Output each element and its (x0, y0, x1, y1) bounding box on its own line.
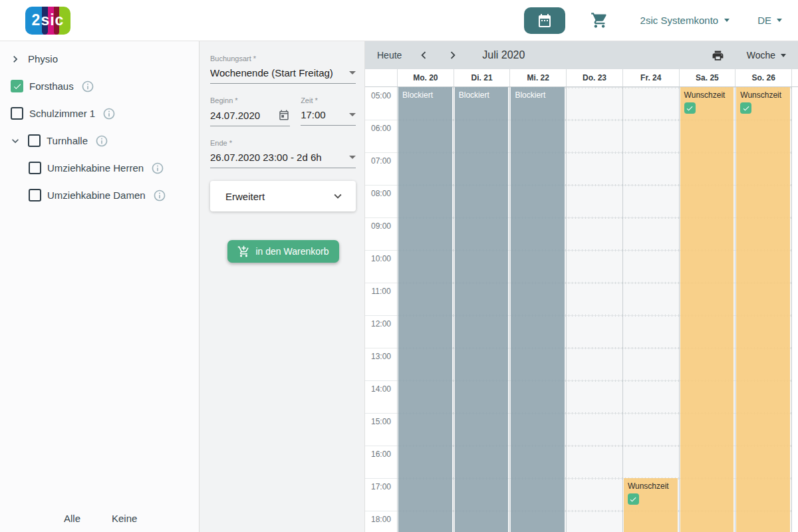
end-select[interactable]: 26.07.2020 23:00 - 2d 6h (210, 152, 356, 168)
checkbox-unchecked[interactable] (11, 107, 23, 120)
sidebar-item-label: Physio (28, 53, 58, 65)
sidebar-item-schulzimmer1[interactable]: Schulzimmer 1 (0, 100, 199, 127)
chevron-down-icon (777, 19, 782, 22)
begin-label: Beginn * (210, 96, 290, 104)
begin-date-input[interactable]: 24.07.2020 (210, 109, 290, 126)
time-label: 08:00 (365, 185, 397, 217)
calendar-icon (537, 13, 553, 29)
info-icon[interactable] (102, 107, 116, 120)
dropdown-arrow-icon (349, 113, 356, 116)
select-all-button[interactable]: Alle (63, 510, 82, 527)
info-icon[interactable] (151, 162, 164, 175)
checkbox-checked[interactable] (628, 493, 639, 505)
day-column-mo-20[interactable]: Blockiert (397, 87, 454, 532)
sidebar-footer: Alle Keine (0, 510, 199, 527)
language-label: DE (757, 15, 771, 26)
resource-sidebar: Physio Forsthaus Schulzimmer 1 (0, 41, 200, 532)
2sic-logo[interactable]: 2sic (25, 7, 70, 35)
language-menu[interactable]: DE (757, 15, 782, 26)
day-column-sa-25[interactable]: Wunschzeit (679, 87, 735, 532)
sidebar-item-umziehkabine-herren[interactable]: Umziehkabine Herren (0, 154, 199, 182)
view-selector[interactable]: Woche (747, 50, 786, 61)
sidebar-item-label: Schulzimmer 1 (29, 108, 95, 119)
header-actions: 2sic Systemkonto DE (524, 7, 782, 34)
calendar-view-button[interactable] (524, 7, 565, 34)
advanced-label: Erweitert (225, 191, 265, 202)
checkbox-unchecked[interactable] (29, 189, 41, 201)
day-column-do-23[interactable] (566, 87, 622, 532)
checkbox-unchecked[interactable] (28, 134, 41, 147)
booking-type-select[interactable]: Wochenende (Start Freitag) (210, 67, 356, 84)
day-column-so-26[interactable]: Wunschzeit (735, 87, 791, 532)
add-to-cart-button[interactable]: in den Warenkorb (227, 240, 339, 263)
booking-type-field: Buchungsart * Wochenende (Start Freitag) (210, 55, 356, 84)
time-gutter: 05:00 06:00 07:00 08:00 09:00 10:00 11:0… (365, 87, 397, 532)
time-label: 13:00 (365, 348, 397, 380)
day-column-di-21[interactable]: Blockiert (454, 87, 510, 532)
chevron-down-icon (781, 54, 786, 57)
end-label: Ende * (210, 139, 356, 147)
day-column-mi-22[interactable]: Blockiert (509, 87, 566, 532)
sidebar-item-label: Umziehkabine Damen (47, 190, 146, 201)
day-header: So. 26 (735, 69, 791, 86)
day-header: Do. 23 (566, 69, 622, 86)
info-icon[interactable] (153, 189, 166, 202)
event-blocked: Blockiert (455, 87, 509, 532)
main-content: Physio Forsthaus Schulzimmer 1 (0, 41, 798, 532)
info-icon[interactable] (95, 134, 108, 148)
calendar-panel: Heute Juli 2020 Woche Mo. (364, 41, 798, 532)
day-header: Sa. 25 (679, 69, 735, 86)
chevron-down-icon[interactable] (9, 134, 22, 148)
select-none-button[interactable]: Keine (110, 510, 138, 527)
event-wunschzeit[interactable]: Wunschzeit (680, 87, 734, 532)
chevron-down-icon (724, 19, 730, 22)
dropdown-arrow-icon (349, 156, 356, 159)
sidebar-item-label: Turnhalle (47, 135, 88, 146)
time-label: 17:00 (365, 478, 397, 511)
account-menu[interactable]: 2sic Systemkonto (640, 15, 730, 26)
event-wunschzeit[interactable]: Wunschzeit (736, 87, 790, 532)
checkbox-checked[interactable] (740, 102, 751, 114)
sidebar-item-turnhalle[interactable]: Turnhalle (0, 127, 199, 154)
time-label: 15:00 (365, 413, 397, 446)
checkbox-checked[interactable] (11, 80, 23, 92)
shopping-cart-icon[interactable] (591, 11, 608, 29)
event-blocked: Blockiert (398, 87, 452, 532)
prev-week-button[interactable] (416, 48, 431, 63)
next-week-button[interactable] (446, 48, 460, 63)
logo-text: 2sic (25, 7, 70, 35)
scrollbar-track[interactable] (791, 87, 798, 532)
sidebar-item-umziehkabine-damen[interactable]: Umziehkabine Damen (0, 182, 199, 209)
time-label: 12:00 (365, 315, 397, 348)
today-button[interactable]: Heute (377, 50, 402, 61)
week-grid: 05:00 06:00 07:00 08:00 09:00 10:00 11:0… (365, 87, 798, 532)
end-field: Ende * 26.07.2020 23:00 - 2d 6h (210, 139, 356, 168)
checkbox-unchecked[interactable] (29, 162, 41, 174)
day-column-fr-24[interactable]: Wunschzeit (622, 87, 679, 532)
chevron-right-icon[interactable] (9, 53, 22, 66)
time-label: 06:00 (365, 120, 397, 152)
begin-date-field: Beginn * 24.07.2020 (210, 96, 290, 126)
add-to-cart-icon (237, 245, 250, 258)
calendar-title: Juli 2020 (482, 49, 525, 61)
time-label: 18:00 (365, 511, 397, 532)
advanced-expander[interactable]: Erweitert (210, 181, 356, 211)
time-label: 05:00 (365, 87, 397, 120)
datepicker-icon[interactable] (278, 109, 290, 121)
time-label: Zeit * (301, 96, 356, 104)
time-label: 07:00 (365, 152, 397, 185)
sidebar-item-forsthaus[interactable]: Forsthaus (0, 72, 199, 100)
begin-time-field: Zeit * 17:00 (301, 96, 356, 126)
booking-app: 2sic 2sic Systemkonto DE (0, 0, 798, 532)
time-gutter-spacer (365, 69, 397, 86)
scrollbar-gutter (791, 69, 798, 86)
sidebar-item-physio[interactable]: Physio (0, 45, 199, 72)
checkbox-checked[interactable] (684, 102, 696, 114)
info-icon[interactable] (81, 80, 94, 93)
top-header: 2sic 2sic Systemkonto DE (0, 0, 798, 41)
begin-time-select[interactable]: 17:00 (301, 109, 356, 126)
event-blocked: Blockiert (511, 87, 565, 532)
event-wunschzeit[interactable]: Wunschzeit (624, 478, 678, 532)
print-button[interactable] (712, 49, 724, 62)
time-label: 11:00 (365, 283, 397, 315)
